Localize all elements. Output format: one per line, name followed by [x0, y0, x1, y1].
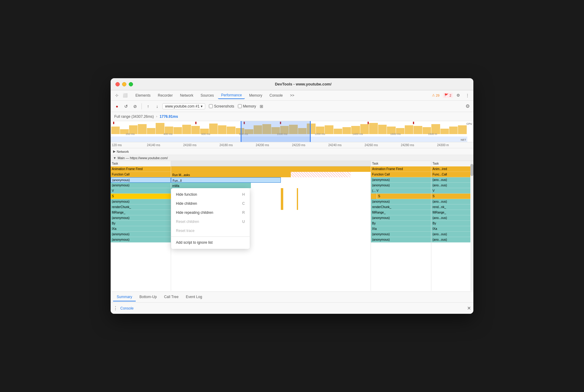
r1-anon4[interactable]: (anonymous): [371, 215, 431, 221]
device-icon[interactable]: ⬜: [122, 92, 129, 99]
network-row[interactable]: ▶ Network: [111, 148, 473, 155]
center-task-bg: [171, 161, 371, 166]
console-label[interactable]: Console: [120, 306, 134, 310]
upload-button[interactable]: ↑: [144, 102, 152, 110]
flame-row-function-left[interactable]: Function Call: [111, 172, 171, 177]
r2-func[interactable]: Func...Call: [431, 172, 473, 177]
tab-sources[interactable]: Sources: [197, 92, 217, 99]
r1-func[interactable]: Function Call: [371, 172, 431, 177]
menu-hide-repeating[interactable]: Hide repeating children R: [171, 208, 250, 217]
warning-badge[interactable]: ⚠ 29: [430, 93, 441, 98]
r2-anon5[interactable]: (ano...ous): [431, 232, 473, 237]
memory-extra-icon[interactable]: ⊞: [260, 104, 263, 109]
menu-add-ignore[interactable]: Add script to ignore list: [171, 238, 250, 247]
run-masks-label: Run M...asks: [171, 173, 191, 177]
minimize-button[interactable]: [122, 82, 126, 86]
r2-task[interactable]: Task: [431, 161, 473, 166]
r1-s[interactable]: S: [377, 194, 431, 199]
tab-memory[interactable]: Memory: [246, 92, 265, 99]
flame-row-render[interactable]: renderChunk_: [111, 204, 171, 210]
hide-repeating-shortcut: R: [242, 210, 245, 215]
flame-row-s[interactable]: S: [111, 194, 171, 199]
center-anon-selected[interactable]: Fun...ll: [171, 177, 281, 183]
error-badge[interactable]: 🚩 2: [443, 93, 453, 98]
menu-hide-function[interactable]: Hide function H: [171, 190, 250, 199]
r1-anon3[interactable]: (anonymous): [371, 199, 431, 204]
devtools-more-icon[interactable]: ⋮: [464, 92, 471, 99]
tab-summary[interactable]: Summary: [113, 293, 136, 301]
tab-network[interactable]: Network: [177, 92, 196, 99]
flame-row-ixa[interactable]: IXa: [111, 226, 171, 232]
r2-s[interactable]: S: [431, 194, 473, 199]
r1-by[interactable]: By: [371, 221, 431, 226]
r2-ixa[interactable]: IXa: [431, 226, 473, 232]
flame-row-animation-left[interactable]: Animation Frame Fired: [111, 166, 171, 172]
flame-row-anon-6[interactable]: (anonymous): [111, 237, 171, 243]
timeline-ms-row: 120 ms 24140 ms 24160 ms 24180 ms 24200 …: [111, 142, 473, 148]
screenshots-checkbox-label[interactable]: Screenshots: [209, 104, 234, 108]
flame-row-anon-4[interactable]: (anonymous): [111, 215, 171, 221]
network-label: Network: [117, 150, 129, 153]
vertical-scrollbar[interactable]: [470, 161, 473, 291]
ms-tick-7: 24260 ms: [365, 143, 378, 147]
console-dots-icon[interactable]: ⋮: [113, 305, 118, 311]
flame-row-by[interactable]: By: [111, 221, 171, 226]
r1-anon2[interactable]: (anonymous): [371, 183, 431, 188]
r1-fill[interactable]: fillRange_: [371, 210, 431, 215]
tab-elements[interactable]: Elements: [132, 92, 154, 99]
center-hatch-block: [291, 172, 351, 177]
r1-anon6[interactable]: (anonymous): [371, 237, 431, 243]
r2-anon1[interactable]: (ano...ous): [431, 177, 473, 183]
tab-console[interactable]: Console: [266, 92, 286, 99]
r1-render[interactable]: renderChunk_: [371, 204, 431, 210]
r2-anon2[interactable]: (ano...ous): [431, 183, 473, 188]
cursor-icon[interactable]: ⊹: [113, 92, 120, 99]
performance-settings-icon[interactable]: ⚙: [464, 102, 471, 110]
tab-bottom-up[interactable]: Bottom-Up: [136, 293, 160, 301]
r1-anim[interactable]: Animation Frame Fired: [371, 166, 431, 172]
r2-anon6[interactable]: (ano...ous): [431, 237, 473, 243]
record-button[interactable]: ●: [113, 102, 121, 110]
r2-v[interactable]: V: [431, 188, 473, 194]
flame-row-anon-3[interactable]: (anonymous): [111, 199, 171, 204]
r1-ixa[interactable]: IXa: [371, 226, 431, 232]
flame-row-anon-2[interactable]: (anonymous): [111, 183, 171, 188]
memory-checkbox[interactable]: [238, 104, 242, 108]
maximize-button[interactable]: [129, 82, 133, 86]
flame-row-anon-5[interactable]: (anonymous): [111, 232, 171, 237]
red-mark-5: [368, 122, 369, 124]
r2-anon4[interactable]: (ano...ous): [431, 215, 473, 221]
tab-performance[interactable]: Performance: [218, 92, 245, 99]
scrollbar-thumb[interactable]: [470, 164, 473, 176]
center-mwa[interactable]: mWa: [171, 183, 251, 188]
r1-anon5[interactable]: (anonymous): [371, 232, 431, 237]
menu-hide-children[interactable]: Hide children C: [171, 199, 250, 208]
r1-task[interactable]: Task: [371, 161, 431, 166]
flame-row-v[interactable]: V: [111, 188, 171, 194]
url-selector[interactable]: www.youtube.com #1 ▾: [162, 103, 205, 109]
r1-v[interactable]: (... V: [371, 188, 431, 194]
r2-anim[interactable]: Anim...ired: [431, 166, 473, 172]
close-button[interactable]: [115, 82, 120, 86]
timeline-overview[interactable]: NET CPU 200 ms 400 ms 600 ms 800 ms 1000…: [111, 121, 473, 142]
r2-render[interactable]: rend...nk_: [431, 204, 473, 210]
clear-button[interactable]: ⊘: [131, 102, 139, 110]
tab-event-log[interactable]: Event Log: [182, 293, 206, 301]
flame-row-anon-selected[interactable]: (anonymous): [111, 177, 171, 183]
reload-button[interactable]: ↺: [122, 102, 130, 110]
r2-fill[interactable]: fillRange_: [431, 210, 473, 215]
screenshots-checkbox[interactable]: [209, 104, 213, 108]
r1-anon1[interactable]: (anonymous): [371, 177, 431, 183]
memory-checkbox-label[interactable]: Memory: [238, 104, 256, 108]
full-range-label: Full range (34307.26ms): [114, 114, 154, 119]
close-console-icon[interactable]: ✕: [467, 305, 471, 311]
download-button[interactable]: ↓: [153, 102, 161, 110]
tab-call-tree[interactable]: Call Tree: [161, 293, 182, 301]
r2-by[interactable]: By: [431, 221, 473, 226]
devtools-settings-icon[interactable]: ⚙: [455, 92, 462, 99]
tab-recorder[interactable]: Recorder: [155, 92, 176, 99]
flame-row-fill[interactable]: fillRange_: [111, 210, 171, 215]
tab-more[interactable]: >>: [287, 92, 297, 99]
flame-row-task-left[interactable]: Task: [111, 161, 171, 166]
r2-anon3[interactable]: (ano...ous): [431, 199, 473, 204]
